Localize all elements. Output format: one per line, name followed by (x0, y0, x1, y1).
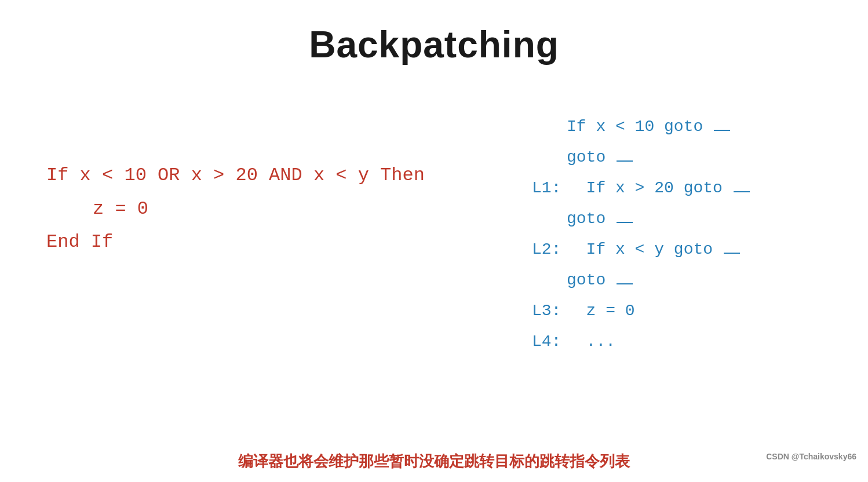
right-line-6: goto (532, 266, 833, 294)
right-line-3: L1: If x > 20 goto (532, 174, 833, 202)
right-code-2: goto (567, 143, 634, 171)
left-line-2: z = 0 (46, 192, 532, 226)
right-code-1: If x < 10 goto (567, 112, 731, 141)
right-line-7: L3: z = 0 (532, 297, 833, 325)
right-line-8: L4: ... (532, 327, 833, 356)
csdn-watermark: CSDN @Tchaikovsky66 (766, 452, 856, 461)
page-title: Backpatching (0, 0, 868, 66)
right-code-6: goto (567, 266, 634, 294)
blank-2 (617, 160, 633, 162)
right-line-4: goto (532, 205, 833, 233)
left-panel: If x < 10 OR x > 20 AND x < y Then z = 0… (46, 112, 532, 358)
left-line-3: End If (46, 225, 532, 259)
right-label-8: L4: (532, 327, 567, 356)
right-code-3: If x > 20 goto (567, 174, 751, 202)
right-code-8: ... (567, 327, 615, 356)
right-code-4: goto (567, 205, 634, 233)
right-label-3: L1: (532, 174, 567, 202)
right-code-5: If x < y goto (567, 235, 741, 264)
blank-4 (617, 222, 633, 223)
right-panel: If x < 10 goto goto L1: If x > 20 goto g… (532, 112, 833, 358)
content-area: If x < 10 OR x > 20 AND x < y Then z = 0… (0, 112, 868, 358)
blank-1 (714, 130, 730, 131)
right-label-7: L3: (532, 297, 567, 325)
right-line-5: L2: If x < y goto (532, 235, 833, 264)
right-line-1: If x < 10 goto (532, 112, 833, 141)
blank-5 (724, 253, 740, 254)
right-code-7: z = 0 (567, 297, 635, 325)
right-label-5: L2: (532, 235, 567, 264)
left-line-1: If x < 10 OR x > 20 AND x < y Then (46, 159, 532, 192)
blank-3 (734, 191, 750, 192)
bottom-text: 编译器也将会维护那些暂时没确定跳转目标的跳转指令列表 CSDN @Tchaiko… (0, 451, 868, 472)
right-line-2: goto (532, 143, 833, 171)
blank-6 (617, 283, 633, 284)
